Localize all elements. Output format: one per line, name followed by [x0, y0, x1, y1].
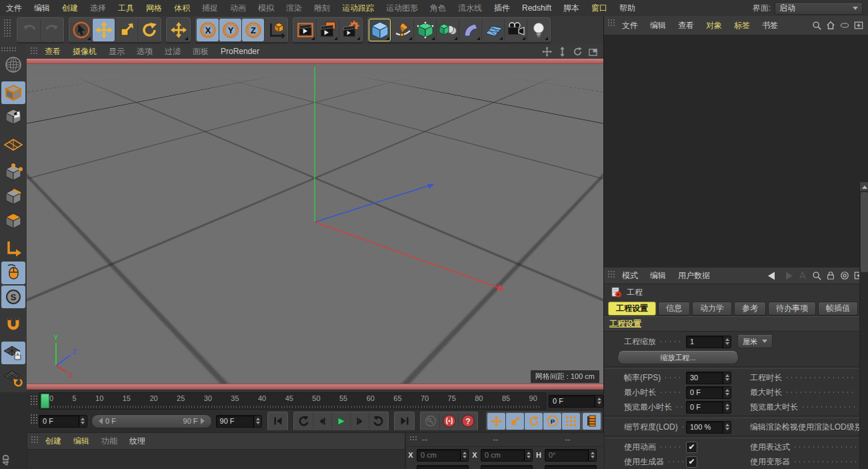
add-bend-deformer-button[interactable] [459, 19, 481, 41]
vp-menu-display[interactable]: 显示 [103, 44, 131, 59]
key-rotation-button[interactable] [524, 413, 543, 430]
history-back-icon[interactable] [767, 272, 778, 280]
add-light-button[interactable] [527, 19, 549, 41]
min-time-field[interactable]: 0 F [686, 386, 731, 399]
enable-snap-button[interactable] [1, 314, 25, 336]
add-panel-icon[interactable] [854, 21, 863, 30]
vp-menu-filter[interactable]: 过滤 [159, 44, 187, 59]
rotate-tool-button[interactable] [137, 19, 160, 41]
scroll-up-arrow[interactable] [860, 182, 868, 191]
last-tool-button[interactable] [167, 19, 189, 41]
tab-keyframe-interpolation[interactable]: 帧插值 [818, 302, 858, 316]
mat-menu-create[interactable]: 创建 [39, 434, 67, 448]
key-position-button[interactable] [487, 413, 505, 430]
coordinate-system-button[interactable] [264, 19, 287, 41]
coord-rotation-p-field[interactable] [545, 465, 597, 469]
menu-snap[interactable]: 捕捉 [196, 1, 224, 15]
fps-field[interactable]: 30 [686, 372, 731, 384]
menu-motion-tracker[interactable]: 运动跟踪 [336, 1, 380, 15]
range-right-arrow-icon[interactable] [201, 418, 208, 424]
menu-extensions[interactable]: 插件 [488, 1, 516, 15]
next-key-button[interactable] [369, 413, 387, 430]
model-mode-button[interactable] [1, 81, 25, 104]
workplane-snap-button[interactable] [1, 366, 25, 388]
scale-tool-button[interactable] [115, 19, 137, 41]
coord-position-y-field[interactable] [417, 465, 469, 469]
timeline-grip[interactable] [29, 394, 37, 405]
coord-header-position[interactable]: -- [418, 435, 477, 444]
previous-key-button[interactable] [295, 413, 313, 430]
om-menu-bookmarks[interactable]: 书签 [756, 18, 784, 33]
lock-y-axis-button[interactable]: Y [219, 19, 241, 41]
section-header-project-settings[interactable]: 工程设置 [604, 316, 868, 332]
object-manager-grip[interactable] [607, 18, 615, 27]
tab-dynamics[interactable]: 动力学 [692, 302, 732, 316]
keying-help-button[interactable]: ? [458, 413, 477, 430]
search-icon[interactable] [812, 21, 821, 30]
vp-menu-cameras[interactable]: 摄像机 [67, 44, 103, 59]
stepper[interactable] [723, 387, 731, 398]
stepper[interactable] [723, 402, 731, 413]
coord-header-size[interactable]: -- [477, 435, 549, 444]
om-menu-view[interactable]: 查看 [672, 18, 700, 33]
menu-render[interactable]: 渲染 [280, 1, 308, 15]
maximize-view-icon[interactable] [588, 47, 598, 57]
rotate-view-icon[interactable] [573, 47, 583, 57]
menu-create[interactable]: 创建 [56, 1, 84, 15]
stepper[interactable] [253, 416, 261, 427]
render-settings-button[interactable] [339, 19, 361, 41]
coordinate-grip[interactable] [409, 435, 417, 442]
menu-edit[interactable]: 编辑 [28, 1, 56, 15]
vp-menu-prorender[interactable]: ProRender [215, 44, 265, 59]
vp-menu-options[interactable]: 选项 [131, 44, 159, 59]
menu-volume[interactable]: 体积 [168, 1, 196, 15]
use-generators-checkbox[interactable]: ✔ [686, 456, 697, 468]
menu-help[interactable]: 帮助 [613, 1, 641, 15]
next-frame-button[interactable] [350, 413, 369, 430]
menu-redshift[interactable]: Redshift [516, 1, 557, 15]
render-view-button[interactable] [294, 19, 316, 41]
play-button[interactable] [331, 413, 350, 430]
lock-z-axis-button[interactable]: Z [241, 19, 264, 41]
redo-button[interactable] [40, 19, 63, 41]
menu-mograph[interactable]: 运动图形 [380, 1, 424, 15]
project-scale-field[interactable]: 1 [686, 336, 731, 348]
tab-referencing[interactable]: 参考 [734, 302, 766, 316]
points-mode-button[interactable] [1, 161, 25, 184]
home-icon[interactable] [826, 21, 835, 30]
menu-character[interactable]: 角色 [424, 1, 452, 15]
history-forward-icon[interactable] [783, 272, 793, 280]
move-tool-button[interactable] [92, 19, 115, 41]
live-selection-button[interactable] [70, 19, 92, 41]
add-floor-button[interactable] [481, 19, 504, 41]
add-subdivision-surface-button[interactable] [413, 19, 436, 41]
add-camera-button[interactable] [504, 19, 527, 41]
preview-min-field[interactable]: 0 F [686, 401, 731, 414]
go-to-end-button[interactable] [395, 413, 413, 430]
menu-tools[interactable]: 工具 [112, 1, 140, 15]
palette-grip[interactable] [0, 46, 17, 51]
om-menu-edit[interactable]: 编辑 [644, 18, 672, 33]
mat-menu-function[interactable]: 功能 [95, 434, 123, 448]
enable-axis-button[interactable] [1, 238, 25, 260]
make-editable-button[interactable] [1, 53, 25, 76]
am-menu-edit[interactable]: 编辑 [644, 268, 672, 283]
menu-window[interactable]: 窗口 [585, 1, 613, 15]
object-manager-list[interactable] [604, 35, 868, 268]
edges-mode-button[interactable] [1, 185, 25, 208]
vp-menu-panel[interactable]: 面板 [187, 44, 215, 59]
menu-mesh[interactable]: 网格 [140, 1, 168, 15]
om-menu-tags[interactable]: 标签 [728, 18, 756, 33]
viewport-canvas[interactable]: Y Z X 网格间距 : 100 cm [27, 59, 603, 392]
key-scale-button[interactable] [505, 413, 524, 430]
search-icon[interactable] [812, 271, 821, 280]
material-list[interactable] [27, 450, 405, 469]
scroll-thumb[interactable] [861, 192, 868, 272]
timeline-playhead[interactable] [41, 394, 49, 408]
zoom-view-icon[interactable] [557, 47, 567, 57]
timeline-ruler[interactable]: 051015202530354045505560657075808590 [39, 392, 546, 410]
texture-mode-button[interactable] [1, 105, 25, 128]
lod-field[interactable]: 100 % [686, 421, 731, 434]
lock-icon[interactable] [826, 271, 835, 280]
use-animation-checkbox[interactable]: ✔ [686, 442, 697, 453]
